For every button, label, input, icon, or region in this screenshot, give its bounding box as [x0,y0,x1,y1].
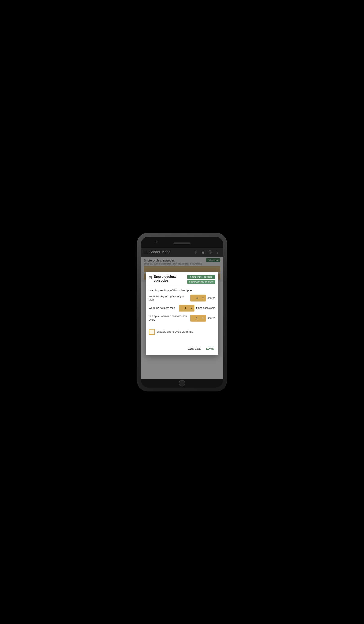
setting-row-1: Warn me only on cycles longer than 3 1 2… [149,294,215,302]
tab-snore-cycles[interactable]: Snore cycles: episodes [187,275,215,279]
section-title: Warning settings of this subscription: [149,289,215,292]
dialog: ⊟ Snore cycles: episodes Snore cycles: e… [146,272,218,355]
disable-warnings-checkbox[interactable] [149,329,155,335]
cancel-button[interactable]: CANCEL [187,346,202,352]
setting-suffix-1: snores [208,297,215,300]
dialog-body: Warning settings of this subscription: W… [146,286,218,344]
dropdown-snores-every[interactable]: 1 2 3 4 5 [190,315,206,322]
camera-dot [156,240,158,243]
speaker-grille [173,242,191,244]
dialog-footer: CANCEL SAVE [146,344,218,355]
dropdown-wrapper-3: 1 2 3 4 5 ▼ [190,315,206,322]
phone-screen: Snorer Mode ⊟ ◉ ⓘ ⋮ Subscribed Snore cyc… [141,237,223,388]
phone-bezel-top [141,237,223,248]
home-button[interactable] [179,380,185,387]
dropdown-wrapper-1: 3 1 2 4 5 ▼ [190,295,206,302]
phone-content: Snorer Mode ⊟ ◉ ⓘ ⋮ Subscribed Snore cyc… [141,248,223,379]
dialog-header: ⊟ Snore cycles: episodes Snore cycles: e… [146,272,218,286]
disable-warnings-label: Disable snore cycle warnings [157,330,193,334]
dialog-filter-icon: ⊟ [149,275,152,280]
checkbox-row[interactable]: Disable snore cycle warnings [149,327,215,337]
tab-snore-warnings[interactable]: Snore warnings on phone [187,280,215,284]
app-background: Snorer Mode ⊟ ◉ ⓘ ⋮ Subscribed Snore cyc… [141,248,223,379]
setting-suffix-2: times each cycle [196,307,215,310]
setting-suffix-3: snores [208,317,215,320]
dropdown-cycles-longer-than[interactable]: 3 1 2 4 5 [190,295,206,302]
setting-label-1: Warn me only on cycles longer than [149,294,189,302]
setting-row-3: In a cycle, warn me no more than every 1… [149,315,215,322]
dropdown-wrapper-2: 1 2 3 4 5 ▼ [179,305,194,312]
phone-bezel-bottom [141,379,223,388]
dialog-title: Snore cycles: episodes [154,275,186,283]
setting-label-3: In a cycle, warn me no more than every [149,315,189,322]
dropdown-times-each-cycle[interactable]: 1 2 3 4 5 [179,305,194,312]
setting-label-2: Warn me no more than [149,306,177,310]
divider-2 [149,339,215,339]
phone-device: Snorer Mode ⊟ ◉ ⓘ ⋮ Subscribed Snore cyc… [137,233,227,391]
save-button[interactable]: SAVE [205,346,215,352]
dialog-tabs: Snore cycles: episodes Snore warnings on… [187,275,215,284]
setting-row-2: Warn me no more than 1 2 3 4 5 ▼ [149,305,215,312]
